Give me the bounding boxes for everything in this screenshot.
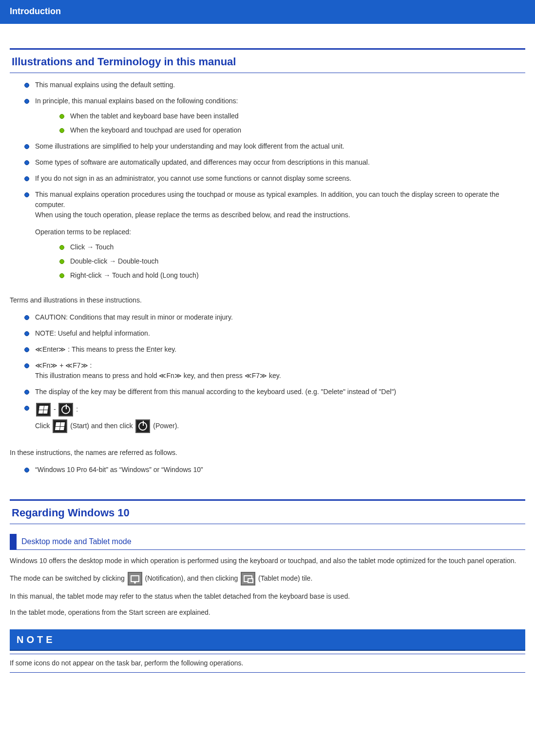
list-item: Right-click → Touch and hold (Long touch… [59, 270, 525, 281]
list-item: Double-click → Double-touch [59, 256, 525, 266]
switch-text-a: The mode can be switched by clicking [10, 574, 127, 582]
note-text: If some icons do not appear on the task … [10, 659, 243, 667]
page-banner: Introduction [0, 0, 535, 24]
operation-terms-sublist: Click → Touch Double-click → Double-touc… [35, 242, 525, 281]
windows-start-icon [36, 403, 51, 416]
item-text: Some illustrations are simplified to hel… [35, 142, 344, 150]
colon-text: : [76, 405, 78, 413]
illustrations-list: This manual explains using the default s… [10, 80, 525, 281]
paragraph: Windows 10 offers the desktop mode in wh… [10, 556, 525, 566]
notification-icon [128, 572, 142, 586]
names-heading: In these instructions, the names are ref… [10, 448, 525, 458]
list-item: Some illustrations are simplified to hel… [24, 141, 525, 151]
item-text: CAUTION: Conditions that may result in m… [35, 313, 233, 321]
windows-start-icon [53, 419, 67, 433]
conditions-sublist: When the tablet and keyboard base have b… [35, 111, 525, 135]
list-item: When the keyboard and touchpad are used … [59, 125, 525, 135]
operation-terms-label: Operation terms to be replaced: [35, 227, 525, 237]
list-item: NOTE: Useful and helpful information. [24, 328, 525, 339]
list-item: This manual explains using the default s… [24, 80, 525, 90]
tablet-mode-icon [241, 572, 255, 586]
item-text: ≪Enter≫ : This means to press the Enter … [35, 345, 176, 353]
item-text: Double-click → Double-touch [70, 257, 158, 265]
list-item: Some types of software are automatically… [24, 157, 525, 168]
item-text: The display of the key may be different … [35, 388, 396, 396]
subsection-desktop-tablet: Desktop mode and Tablet mode [10, 534, 525, 550]
item-text: “Windows 10 Pro 64-bit” as “Windows” or … [35, 466, 203, 473]
power-icon [58, 403, 73, 416]
names-list: “Windows 10 Pro 64-bit” as “Windows” or … [10, 465, 525, 475]
item-text: Right-click → Touch and hold (Long touch… [70, 271, 199, 279]
list-item: The display of the key may be different … [24, 387, 525, 397]
item-text: When using the touch operation, please r… [35, 211, 350, 219]
section-windows10-title: Regarding Windows 10 [10, 499, 525, 524]
item-text: Click → Touch [70, 243, 114, 251]
list-item: Click → Touch [59, 242, 525, 252]
terms-heading: Terms and illustrations in these instruc… [10, 295, 525, 305]
list-item: If you do not sign in as an administrato… [24, 173, 525, 184]
note-heading: NOTE [10, 629, 525, 651]
item-text: In principle, this manual explains based… [35, 97, 238, 105]
section-illustrations-title: Illustrations and Terminology in this ma… [10, 48, 525, 73]
power-text: (Power). [153, 422, 179, 430]
note-body: If some icons do not appear on the task … [10, 654, 525, 673]
switch-text-c: (Tablet mode) tile. [258, 574, 312, 582]
paragraph: In this manual, the tablet mode may refe… [10, 591, 525, 602]
item-text: This manual explains using the default s… [35, 81, 175, 89]
switch-text-b: (Notification), and then clicking [145, 574, 240, 582]
power-icon [135, 419, 150, 433]
list-item: - : Click (Start) and then click (Power)… [24, 403, 525, 433]
list-item: ≪Fn≫ + ≪F7≫ : This illustration means to… [24, 360, 525, 381]
list-item: “Windows 10 Pro 64-bit” as “Windows” or … [24, 465, 525, 475]
start-text: (Start) and then click [70, 422, 134, 430]
item-text: Some types of software are automatically… [35, 158, 370, 166]
item-text: NOTE: Useful and helpful information. [35, 329, 150, 337]
item-text: ≪Fn≫ + ≪F7≫ : [35, 361, 92, 369]
click-text: Click [35, 422, 52, 430]
list-item: CAUTION: Conditions that may result in m… [24, 312, 525, 322]
paragraph: In the tablet mode, operations from the … [10, 607, 525, 618]
terms-list: CAUTION: Conditions that may result in m… [10, 312, 525, 433]
item-text: If you do not sign in as an administrato… [35, 174, 351, 182]
list-item: When the tablet and keyboard base have b… [59, 111, 525, 121]
paragraph: The mode can be switched by clicking (No… [10, 572, 525, 586]
list-item: This manual explains operation procedure… [24, 189, 525, 281]
list-item: ≪Enter≫ : This means to press the Enter … [24, 344, 525, 355]
item-text: When the tablet and keyboard base have b… [70, 112, 239, 120]
page-title: Introduction [10, 6, 61, 16]
dash-text: - [54, 405, 58, 413]
item-text: This manual explains operation procedure… [35, 190, 499, 208]
item-text: This illustration means to press and hol… [35, 372, 281, 379]
item-text: When the keyboard and touchpad are used … [70, 126, 241, 134]
list-item: In principle, this manual explains based… [24, 96, 525, 135]
